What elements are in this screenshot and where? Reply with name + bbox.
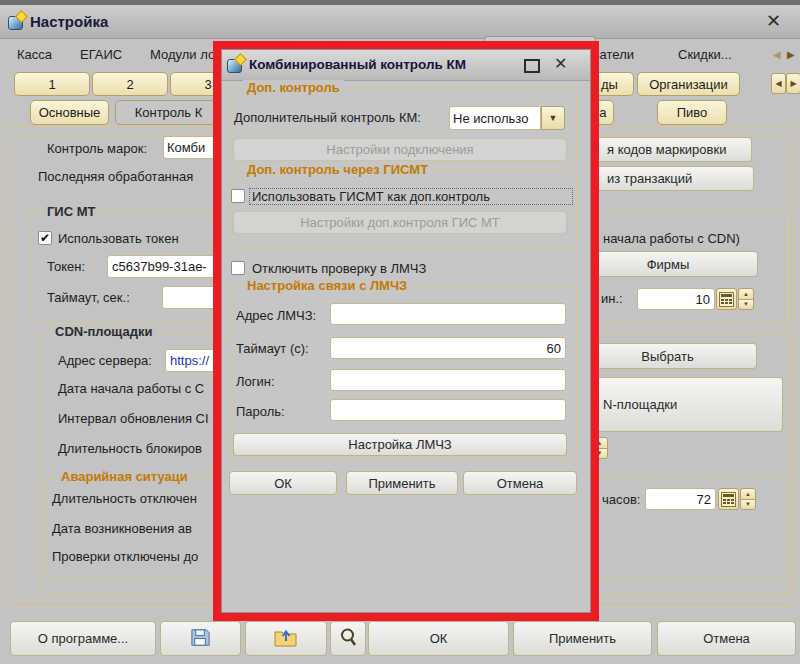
hours-calculator-icon[interactable] (718, 488, 739, 510)
about-button[interactable]: О программе... (10, 621, 156, 656)
numtabs-scroll-right-icon[interactable]: ▶ (786, 73, 800, 94)
select-button[interactable]: Выбрать (578, 343, 757, 369)
off-duration-label: Длительность отключен (52, 491, 197, 506)
hours-input[interactable] (645, 488, 716, 510)
firms-button[interactable]: Фирмы (578, 251, 758, 277)
connection-settings-button: Настройки подключения (233, 138, 567, 161)
tab-moduli[interactable]: Модули лог (150, 47, 220, 62)
cdn-start-date-label: Дата начала работы с C (58, 381, 204, 396)
numtabs-scroll-left-icon[interactable]: ◀ (771, 73, 786, 94)
save-icon (189, 626, 212, 652)
marking-codes-button[interactable]: я кодов маркировки (596, 137, 752, 162)
mark-control-label: Контроль марок: (47, 141, 147, 156)
gismt-settings-button: Настройки доп.контроля ГИС МТ (233, 211, 567, 234)
dialog-ok-button[interactable]: ОК (229, 471, 337, 495)
use-gismt-label[interactable]: Использовать ГИСМТ как доп.контроль (249, 188, 573, 205)
lmchz-password-label: Пароль: (236, 404, 285, 419)
tabs-scroll-right-icon[interactable]: ▶ (787, 49, 795, 60)
date-spinner[interactable]: ▲ ▼ (591, 437, 608, 459)
mark-control-combo[interactable]: Комби (163, 136, 221, 159)
lmchz-settings-button[interactable]: Настройка ЛМЧЗ (233, 433, 567, 456)
min-spin-down-icon[interactable]: ▼ (738, 299, 754, 311)
lmchz-group-title: Настройка связи с ЛМЧЗ (243, 278, 411, 293)
main-ok-button[interactable]: ОК (368, 621, 509, 656)
token-input[interactable] (107, 255, 219, 278)
folder-up-icon (273, 625, 299, 652)
hours-spinner[interactable]: ▲ ▼ (740, 488, 756, 510)
min-label: ин.: (601, 291, 623, 306)
last-processed-label: Последняя обработанная (38, 169, 193, 184)
hours-spin-up-icon[interactable]: ▲ (740, 488, 756, 500)
tab-egais[interactable]: ЕГАИС (80, 47, 122, 62)
lmchz-timeout-label: Таймаут (с): (236, 341, 309, 356)
lmchz-login-input[interactable] (330, 369, 566, 391)
search-icon (339, 627, 358, 651)
timeout-sec-input[interactable] (162, 286, 218, 309)
min-calculator-icon[interactable] (716, 288, 737, 310)
tab-dy-partial[interactable]: ды (585, 72, 634, 96)
tab-skidki[interactable]: Скидки... (678, 47, 732, 62)
dialog-titlebar: Комбинированный контроль КМ ✕ (222, 50, 590, 81)
server-address-label: Адрес сервера: (58, 353, 152, 368)
tab-1[interactable]: 1 (14, 72, 90, 96)
use-token-label: Использовать токен (58, 231, 179, 246)
lmchz-address-label: Адрес ЛМЧЗ: (236, 308, 316, 323)
tab-kassa[interactable]: Касса (17, 47, 52, 62)
dop-control-title: Доп. контроль (243, 80, 344, 95)
gismt-group-title: Доп. контроль через ГИСМТ (243, 162, 432, 177)
lmchz-timeout-input[interactable] (330, 337, 566, 359)
dop-control-combo[interactable]: Не использо (449, 106, 541, 130)
tab-2[interactable]: 2 (92, 72, 168, 96)
gis-mt-title: ГИС МТ (43, 204, 99, 219)
search-button[interactable] (330, 621, 366, 656)
dialog-icon (227, 55, 246, 73)
hours-label: часов: (602, 492, 640, 507)
tab-organizations[interactable]: Организации (637, 72, 740, 96)
server-address-input[interactable] (165, 349, 219, 372)
get-cdn-sites-button[interactable]: N-площадки (578, 377, 783, 432)
save-button[interactable] (160, 621, 241, 656)
tab-pivo[interactable]: Пиво (657, 100, 727, 125)
tab-osnovnye[interactable]: Основные (30, 100, 109, 125)
dialog-title: Комбинированный контроль КМ (249, 57, 466, 72)
emergency-group-title: Аварийная ситуаци (57, 469, 192, 484)
date-spin-up-icon[interactable]: ▲ (591, 437, 608, 449)
maximize-icon[interactable] (524, 59, 540, 73)
hours-spin-down-icon[interactable]: ▼ (740, 499, 756, 511)
cdn-interval-label: Интервал обновления CI (58, 411, 209, 426)
dialog-apply-button[interactable]: Применить (346, 471, 458, 495)
dop-control-combo-dropdown-icon[interactable]: ▼ (541, 106, 565, 130)
block-duration-label: Длительность блокиров (58, 441, 202, 456)
dop-control-label: Дополнительный контроль КМ: (234, 110, 421, 125)
cdn-group-title: CDN-площадки (51, 324, 156, 339)
dialog-close-icon[interactable]: ✕ (554, 55, 567, 73)
close-icon[interactable]: ✕ (766, 12, 781, 30)
app-icon (8, 12, 27, 30)
dialog-cancel-button[interactable]: Отмена (463, 471, 577, 495)
checks-off-label: Проверки отключены до (52, 549, 198, 564)
min-spinner[interactable]: ▲ ▼ (738, 288, 754, 310)
use-gismt-checkbox[interactable] (231, 189, 245, 203)
tabs-scroll-left-icon[interactable]: ◀ (773, 49, 781, 60)
tab-kontrol-k[interactable]: Контроль К (115, 100, 222, 125)
min-input[interactable] (637, 288, 715, 310)
emergency-date-label: Дата возникновения ав (52, 521, 192, 536)
lmchz-address-input[interactable] (330, 303, 566, 325)
main-cancel-button[interactable]: Отмена (657, 621, 796, 656)
min-spin-up-icon[interactable]: ▲ (738, 288, 754, 300)
disable-lmchz-label: Отключить проверку в ЛМЧЗ (252, 261, 426, 276)
open-folder-button[interactable] (245, 621, 327, 656)
window-title: Настройка (30, 13, 108, 30)
settings-window: Настройка ✕ Касса ЕГАИС Модули лог ьзова… (0, 0, 800, 664)
token-label: Токен: (47, 259, 85, 274)
date-spin-down-icon[interactable]: ▼ (591, 448, 608, 460)
lmchz-password-input[interactable] (330, 399, 566, 421)
gismt-group: Доп. контроль через ГИСМТ (230, 170, 578, 250)
disable-lmchz-checkbox[interactable] (231, 261, 245, 275)
main-apply-button[interactable]: Применить (513, 621, 652, 656)
main-titlebar: Настройка ✕ (0, 5, 800, 39)
combined-control-dialog: Комбинированный контроль КМ ✕ Доп. контр… (221, 49, 591, 613)
lmchz-login-label: Логин: (236, 374, 275, 389)
use-token-checkbox[interactable]: ✔ (38, 231, 52, 245)
transactions-button[interactable]: из транзакций (596, 166, 754, 191)
